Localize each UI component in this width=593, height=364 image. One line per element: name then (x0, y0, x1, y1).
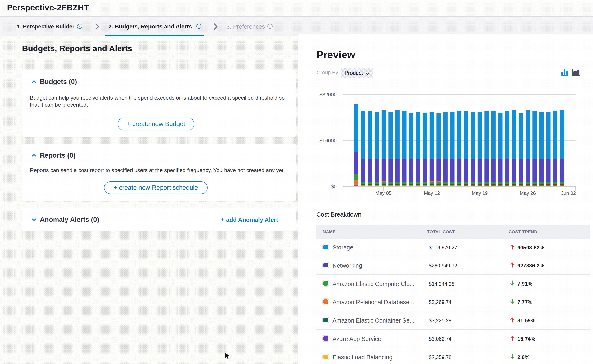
svg-text:$0: $0 (331, 184, 337, 189)
svg-text:May 12: May 12 (424, 190, 440, 196)
svg-text:May 05: May 05 (375, 190, 392, 196)
svg-text:May 19: May 19 (472, 190, 488, 196)
svg-text:$16000: $16000 (320, 138, 337, 143)
svg-text:Jun 02: Jun 02 (561, 190, 576, 196)
svg-text:$32000: $32000 (320, 92, 337, 98)
svg-text:May 26: May 26 (520, 190, 536, 196)
